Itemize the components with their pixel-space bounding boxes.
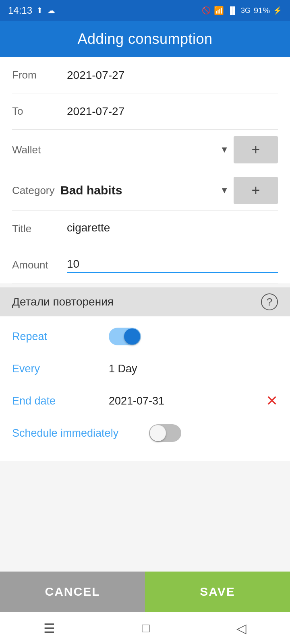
schedule-row: Schedule immediately	[12, 417, 278, 449]
repeat-label: Repeat	[12, 330, 101, 343]
status-bar-right: 🚫 📶 ▐▌ 3G 91% ⚡	[202, 6, 282, 15]
repeat-toggle[interactable]	[109, 328, 141, 345]
app-bar: Adding consumption	[0, 21, 290, 57]
amount-row: Amount	[12, 247, 278, 283]
battery-percent: 91%	[254, 6, 270, 15]
schedule-toggle-knob	[150, 425, 166, 441]
home-icon[interactable]: □	[142, 621, 149, 636]
end-date-value[interactable]: 2021-07-31	[109, 395, 164, 407]
content: From To Wallet ▼ + Category Bad habits ▼…	[0, 57, 290, 516]
spacer	[0, 516, 290, 572]
status-bar-left: 14:13 ⬆ ☁	[8, 5, 55, 16]
wallet-select[interactable]: ▼	[60, 144, 234, 155]
category-row: Category Bad habits ▼ +	[12, 170, 278, 211]
3g-label: 3G	[241, 6, 251, 15]
amount-label: Amount	[12, 259, 60, 271]
schedule-toggle[interactable]	[149, 424, 181, 442]
form-section: From To Wallet ▼ + Category Bad habits ▼…	[0, 57, 290, 283]
title-input[interactable]	[67, 221, 278, 236]
every-label: Every	[12, 363, 101, 375]
category-dropdown-icon: ▼	[220, 185, 229, 196]
to-row: To	[12, 93, 278, 130]
to-input[interactable]	[67, 105, 278, 118]
help-icon-label: ?	[267, 296, 272, 308]
end-date-clear-button[interactable]: ✕	[266, 392, 278, 409]
category-label: Category	[12, 184, 60, 197]
menu-icon[interactable]: ☰	[44, 621, 55, 636]
status-time: 14:13	[8, 5, 32, 16]
title-label: Title	[12, 223, 60, 235]
category-value: Bad habits	[60, 184, 220, 197]
title-row: Title	[12, 211, 278, 247]
repeat-header-title: Детали повторения	[12, 295, 114, 308]
repeat-toggle-knob	[124, 328, 140, 345]
nav-bar: ☰ □ ◁	[0, 612, 290, 644]
repeat-header: Детали повторения ?	[0, 287, 290, 316]
usb-icon: ⬆	[36, 6, 43, 15]
cancel-button[interactable]: CANCEL	[0, 572, 145, 612]
end-date-row: End date 2021-07-31 ✕	[12, 385, 278, 417]
status-bar: 14:13 ⬆ ☁ 🚫 📶 ▐▌ 3G 91% ⚡	[0, 0, 290, 21]
amount-input[interactable]	[67, 258, 278, 273]
every-row: Every 1 Day	[12, 353, 278, 385]
from-row: From	[12, 57, 278, 93]
wallet-add-button[interactable]: +	[234, 136, 278, 163]
cloud-icon: ☁	[47, 6, 55, 15]
wallet-row: Wallet ▼ +	[12, 130, 278, 170]
bottom-buttons: CANCEL SAVE	[0, 572, 290, 612]
to-label: To	[12, 105, 60, 118]
wallet-label: Wallet	[12, 144, 60, 156]
help-icon[interactable]: ?	[261, 293, 278, 310]
battery-icon: ⚡	[273, 6, 282, 15]
signal-bars-icon: ▐▌	[227, 6, 238, 15]
from-label: From	[12, 69, 60, 81]
category-select[interactable]: Bad habits ▼	[60, 184, 234, 197]
back-icon[interactable]: ◁	[236, 621, 246, 636]
repeat-row: Repeat	[12, 320, 278, 353]
end-date-label: End date	[12, 395, 101, 407]
wallet-dropdown-icon: ▼	[220, 144, 229, 155]
category-add-button[interactable]: +	[234, 177, 278, 204]
wifi-icon: 📶	[214, 6, 224, 15]
app-bar-title: Adding consumption	[77, 31, 212, 47]
no-sim-icon: 🚫	[202, 6, 211, 15]
from-input[interactable]	[67, 69, 278, 82]
every-value[interactable]: 1 Day	[109, 363, 137, 375]
save-button[interactable]: SAVE	[145, 572, 290, 612]
schedule-label: Schedule immediately	[12, 427, 141, 440]
repeat-body: Repeat Every 1 Day End date 2021-07-31 ✕…	[0, 316, 290, 461]
